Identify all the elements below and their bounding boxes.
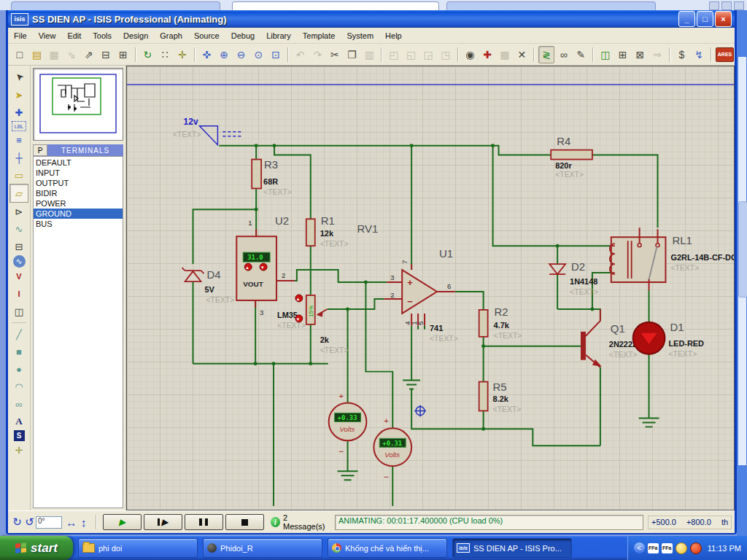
tape-recorder-icon[interactable]: ⊟: [10, 238, 28, 255]
language-bar-icon[interactable]: FFa: [662, 543, 673, 553]
terminal-item-default[interactable]: DEFAULT: [34, 158, 123, 168]
menu-tools[interactable]: Tools: [87, 29, 117, 42]
flip-vertical-icon[interactable]: ↕: [77, 516, 90, 529]
device-pins-icon[interactable]: ⊳: [10, 203, 28, 220]
overview-minimap[interactable]: [33, 68, 123, 141]
export-icon[interactable]: ⇗: [81, 46, 97, 63]
zoom-out-icon[interactable]: ⊖: [233, 46, 249, 63]
graphics-line-icon[interactable]: ╱: [10, 325, 28, 343]
zoom-in-icon[interactable]: ⊕: [216, 46, 232, 63]
pan-icon[interactable]: ✜: [199, 46, 215, 63]
background-window-buttons[interactable]: [709, 1, 744, 10]
led-d1[interactable]: D1 LED-RED <TEXT>: [633, 321, 704, 358]
tray-collapse-icon[interactable]: <: [634, 542, 645, 553]
wire-label-icon[interactable]: LBL: [12, 121, 26, 131]
menu-view[interactable]: View: [33, 29, 62, 42]
generator-mode-icon[interactable]: ∿: [13, 255, 26, 268]
info-icon[interactable]: i: [271, 517, 280, 527]
flip-horizontal-icon[interactable]: ↔: [65, 516, 77, 529]
start-button[interactable]: start: [0, 536, 73, 560]
wire-autorouter-icon[interactable]: ≷: [538, 46, 554, 63]
app-tray-icon[interactable]: [690, 542, 702, 554]
graphics-path-icon[interactable]: ∞: [10, 395, 28, 413]
toggle-origin-icon[interactable]: ✛: [174, 46, 190, 63]
background-scrollbar-thumb[interactable]: [738, 201, 747, 298]
new-file-icon[interactable]: □: [12, 46, 28, 63]
zoom-all-icon[interactable]: ⊙: [251, 46, 267, 63]
terminal-item-bus[interactable]: BUS: [34, 219, 123, 229]
terminal-item-bidir[interactable]: BIDIR: [34, 188, 123, 198]
diode-d4[interactable]: D4 5V <TEXT>: [182, 268, 235, 304]
menu-graph[interactable]: Graph: [154, 29, 188, 42]
menu-help[interactable]: Help: [379, 29, 408, 42]
menu-source[interactable]: Source: [188, 29, 225, 42]
power-terminal-12v[interactable]: 12v <TEXT>: [173, 117, 242, 145]
virtual-instruments-icon[interactable]: ◫: [10, 303, 28, 320]
terminals-mode-icon[interactable]: ▱: [9, 184, 28, 203]
pick-parts-icon[interactable]: ◉: [462, 46, 479, 63]
subcircuit-icon[interactable]: ▭: [10, 166, 28, 184]
buses-icon[interactable]: ┼: [10, 149, 28, 166]
decompose-icon[interactable]: ✕: [514, 46, 530, 63]
property-assignment-icon[interactable]: ✎: [573, 46, 589, 63]
task-phi-doi[interactable]: phi doi: [78, 538, 198, 558]
bill-of-materials-icon[interactable]: $: [674, 46, 690, 63]
transistor-q1[interactable]: Q1 2N2222 <TEXT>: [581, 309, 638, 368]
design-explorer-icon[interactable]: ◫: [597, 46, 614, 63]
graphics-circle-icon[interactable]: ●: [10, 360, 28, 378]
text-script-icon[interactable]: ≡: [10, 131, 28, 149]
toggle-grid-icon[interactable]: ∷: [157, 46, 173, 63]
graphics-symbol-icon[interactable]: S: [14, 430, 25, 441]
graphics-box-icon[interactable]: ■: [10, 343, 28, 360]
open-folder-icon[interactable]: ▤: [29, 46, 45, 63]
rotate-anticlockwise-icon[interactable]: ↺: [23, 516, 36, 529]
resistor-r5[interactable]: R5 8.2k <TEXT>: [479, 381, 522, 414]
minimize-button[interactable]: _: [678, 11, 695, 27]
current-probe-icon[interactable]: I: [10, 285, 28, 303]
opamp-u1[interactable]: + − U1 741 <TEXT> 3 2 6 7 4 1 5: [384, 247, 458, 343]
task-browser[interactable]: Khống chế và hiển thị...: [328, 538, 447, 558]
zoom-area-icon[interactable]: ⊡: [268, 46, 284, 63]
electrical-rule-check-icon[interactable]: ↯: [691, 46, 707, 63]
task-phidoi-r[interactable]: Phidoi_R: [203, 538, 322, 558]
mark-output-area-icon[interactable]: ⊞: [115, 46, 131, 63]
junction-dot-icon[interactable]: ✚: [10, 104, 28, 121]
resistor-r4[interactable]: R4 820r <TEXT>: [551, 135, 592, 179]
graphics-arc-icon[interactable]: ◠: [10, 378, 28, 395]
language-bar-icon[interactable]: FFa: [648, 543, 659, 553]
message-count[interactable]: 2 Message(s): [283, 513, 329, 531]
graphics-marker-icon[interactable]: ✛: [10, 441, 28, 459]
resistor-r3[interactable]: R3 68R <TEXT>: [252, 158, 292, 197]
play-button[interactable]: ▶: [103, 514, 142, 530]
pause-button[interactable]: [185, 514, 223, 530]
menu-debug[interactable]: Debug: [225, 29, 260, 42]
terminal-item-output[interactable]: OUTPUT: [34, 178, 123, 188]
terminal-item-input[interactable]: INPUT: [34, 168, 123, 178]
task-isis-active[interactable]: isis SS DIEN AP - ISIS Pro...: [452, 538, 572, 558]
terminal-item-power[interactable]: POWER: [34, 198, 123, 209]
menu-system[interactable]: System: [341, 29, 379, 42]
graphics-text-icon[interactable]: A: [10, 413, 28, 430]
step-button[interactable]: ▶: [144, 514, 182, 530]
new-sheet-icon[interactable]: ⊞: [615, 46, 631, 63]
resistor-r2[interactable]: R2 4.7k <TEXT>: [479, 306, 522, 340]
voltage-probe-icon[interactable]: V: [10, 268, 28, 285]
rotate-clockwise-icon[interactable]: ↻: [11, 516, 23, 529]
terminal-item-ground[interactable]: GROUND: [34, 209, 123, 219]
menu-design[interactable]: Design: [117, 29, 154, 42]
menu-edit[interactable]: Edit: [61, 29, 87, 42]
schematic-canvas[interactable]: 12v <TEXT> R3 68R <TEXT> R1 12k <TEXT>: [126, 66, 735, 510]
print-icon[interactable]: ⊟: [98, 46, 114, 63]
menu-file[interactable]: File: [8, 29, 33, 42]
graph-mode-icon[interactable]: ∿: [10, 220, 28, 238]
pick-devices-button[interactable]: P: [33, 144, 47, 156]
stop-button[interactable]: [225, 514, 264, 530]
title-bar[interactable]: isis SS DIEN AP - ISIS Professional (Ani…: [8, 10, 735, 28]
menu-template[interactable]: Template: [297, 29, 341, 42]
messenger-tray-icon[interactable]: [676, 542, 687, 554]
maximize-button[interactable]: □: [697, 11, 713, 27]
lm35-sensor-u2[interactable]: 31.0 ▴ ▾ VOUT U2 LM35 <TEXT> 1 2 3: [236, 214, 306, 330]
refresh-display-icon[interactable]: ↻: [140, 46, 156, 63]
copy-icon[interactable]: ❐: [344, 46, 360, 63]
make-device-icon[interactable]: ✚: [479, 46, 495, 63]
